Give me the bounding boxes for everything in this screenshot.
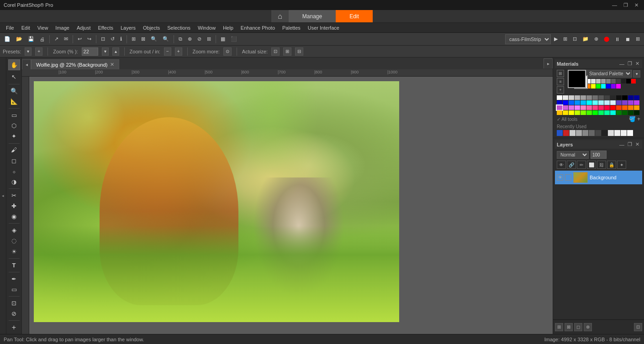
clone-tool[interactable]: ✂ (8, 191, 20, 200)
palette-list-btn[interactable]: ≡ (557, 78, 564, 85)
menu-palettes[interactable]: Palettes (279, 24, 304, 31)
recent-swatch-2[interactable] (563, 130, 569, 136)
freehand-tool[interactable]: ⬡ (8, 121, 20, 130)
swatch-magenta[interactable] (616, 84, 621, 89)
menu-adjust[interactable]: Adjust (74, 24, 94, 31)
redo-button[interactable]: ↪ (85, 34, 94, 44)
pal-swatch[interactable] (557, 110, 562, 115)
select-tool[interactable]: ↖ (8, 71, 20, 82)
tb-btn-10[interactable]: ⊞ (205, 34, 213, 44)
pal-swatch[interactable] (598, 100, 604, 105)
pal-swatch[interactable] (628, 100, 633, 105)
canvas-tab[interactable]: Wolfie.jpg @ 22% (Background) ✕ (31, 59, 119, 69)
recent-swatch-10[interactable] (614, 130, 620, 136)
fit-width-btn[interactable]: ⊟ (295, 47, 303, 56)
pal-swatch[interactable] (622, 105, 628, 110)
tb-btn-13[interactable]: ⊞ (561, 34, 570, 44)
pal-swatch[interactable] (592, 95, 598, 100)
tb-btn-19[interactable]: ⊞ (633, 34, 642, 44)
pal-swatch[interactable] (634, 105, 639, 110)
print-button[interactable]: 🖨 (37, 34, 47, 44)
menu-layers[interactable]: Layers (117, 24, 139, 31)
swatch-cyan[interactable] (601, 84, 606, 89)
pal-swatch[interactable] (634, 110, 639, 115)
pal-swatch-selected[interactable] (557, 105, 562, 110)
pal-swatch[interactable] (622, 95, 628, 100)
bottom-ctrl-5[interactable]: ⊡ (634, 323, 642, 331)
materials-close[interactable]: ✕ (634, 61, 640, 67)
palette-menu-btn[interactable]: ▾ (633, 70, 640, 78)
pal-swatch[interactable] (575, 100, 580, 105)
layers-minimize[interactable]: — (618, 141, 625, 147)
open-button[interactable]: 📂 (14, 34, 25, 44)
tb-btn-8[interactable]: ⊕ (185, 34, 194, 44)
pal-swatch[interactable] (604, 105, 610, 110)
minimize-button[interactable]: — (610, 2, 619, 8)
menu-edit[interactable]: Edit (18, 24, 33, 31)
layer-secondary-toggle[interactable] (565, 174, 571, 181)
tab-scroll-left[interactable]: ◂ (22, 59, 31, 69)
red-eye-tool[interactable]: ◉ (8, 212, 20, 221)
menu-image[interactable]: Image (52, 24, 73, 31)
swatch-violet[interactable] (611, 84, 616, 89)
zoom-up-btn[interactable]: ▴ (112, 47, 119, 56)
pal-swatch[interactable] (586, 95, 592, 100)
email-button[interactable]: ✉ (62, 34, 70, 44)
pal-swatch[interactable] (628, 95, 633, 100)
bottom-ctrl-3[interactable]: ◻ (574, 323, 582, 331)
zoom-in-btn2[interactable]: + (175, 47, 182, 56)
pal-swatch[interactable] (634, 95, 639, 100)
pal-swatch[interactable] (569, 110, 574, 115)
pal-swatch[interactable] (592, 100, 598, 105)
pal-swatch[interactable] (563, 105, 568, 110)
layer-background[interactable]: 👁 Background (555, 171, 642, 184)
layer-eye-btn[interactable]: 👁 (557, 161, 566, 169)
bottom-ctrl-1[interactable]: ⊞ (555, 323, 563, 331)
pal-swatch[interactable] (604, 110, 610, 115)
pal-swatch[interactable] (581, 105, 586, 110)
magic-wand-tool[interactable]: ✦ (8, 131, 20, 141)
pal-swatch[interactable] (586, 105, 592, 110)
restore-button[interactable]: ❐ (622, 2, 630, 8)
pal-swatch[interactable] (622, 110, 628, 115)
recent-swatch-8[interactable] (602, 130, 607, 136)
recent-swatch-3[interactable] (570, 130, 575, 136)
filmstrip-select[interactable]: cass-FilmStrip (505, 34, 551, 44)
palette-select[interactable]: Standard Palette (586, 70, 632, 78)
pal-swatch[interactable] (604, 95, 610, 100)
pal-swatch[interactable] (575, 95, 580, 100)
tools-expand-arrow[interactable]: ◂ (0, 57, 6, 334)
add-layer-btn[interactable]: + (8, 323, 20, 332)
swatch-red[interactable] (631, 79, 636, 83)
recent-swatch-4[interactable] (576, 130, 582, 136)
straighten-tool[interactable]: 📐 (8, 97, 20, 106)
pal-swatch[interactable] (610, 105, 616, 110)
tb-btn-16[interactable]: ⊕ (592, 34, 601, 44)
preset-add-btn[interactable]: + (35, 47, 42, 56)
manage-button[interactable]: Manage (289, 10, 336, 22)
pal-swatch[interactable] (610, 95, 616, 100)
tb-btn-17[interactable]: ⏸ (612, 34, 622, 44)
paint-bucket-icon[interactable]: 🪣 (629, 116, 636, 122)
swatch-nearblack[interactable] (621, 79, 626, 83)
pal-swatch[interactable] (581, 100, 586, 105)
pal-swatch[interactable] (622, 100, 628, 105)
zoom-down-btn[interactable]: ▾ (102, 47, 109, 56)
zoom-in-btn[interactable]: 🔍 (148, 34, 159, 44)
paint-tool[interactable]: 🖌 (8, 145, 20, 155)
menu-help[interactable]: Help (220, 24, 237, 31)
menu-user-interface[interactable]: User Interface (305, 24, 343, 31)
swatch-yellow[interactable] (591, 84, 596, 89)
palette-grid-btn[interactable]: ⊞ (557, 70, 564, 77)
gradient-tool[interactable]: ◑ (8, 177, 20, 187)
menu-enhance-photo[interactable]: Enhance Photo (238, 24, 278, 31)
new-button[interactable]: 📄 (2, 34, 13, 44)
crop-button[interactable]: ⊡ (99, 34, 107, 44)
tb-btn-14[interactable]: ⊡ (570, 34, 579, 44)
record-button[interactable]: ⬤ (602, 34, 612, 44)
opacity-input[interactable]: 100 (591, 151, 607, 159)
info-button[interactable]: ℹ (118, 34, 124, 44)
pal-swatch[interactable] (557, 95, 562, 100)
shape-tool[interactable]: ▭ (8, 285, 20, 294)
swatch-darkgray[interactable] (606, 79, 611, 83)
